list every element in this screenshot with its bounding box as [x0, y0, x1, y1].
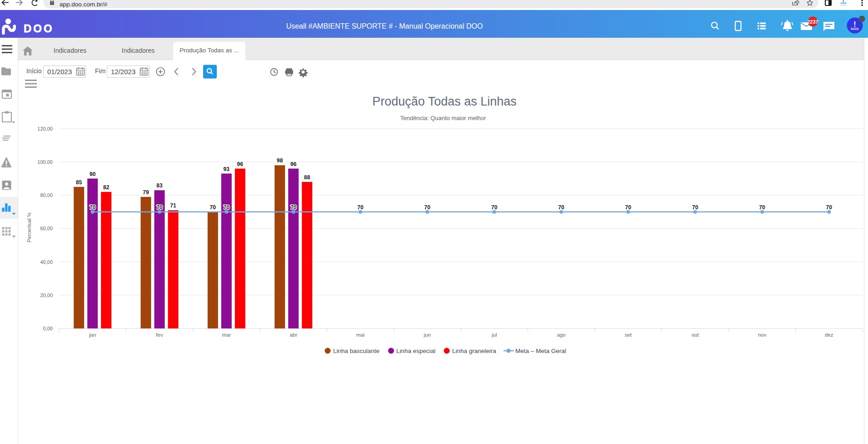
svg-text:85: 85	[76, 179, 82, 186]
svg-text:71: 71	[170, 202, 176, 209]
svg-text:80,00: 80,00	[40, 192, 53, 198]
svg-text:70: 70	[224, 204, 230, 211]
svg-text:70: 70	[290, 204, 297, 211]
svg-text:abr: abr	[289, 332, 297, 338]
svg-text:60,00: 60,00	[40, 226, 53, 231]
svg-text:96: 96	[290, 161, 297, 167]
svg-text:jan: jan	[89, 332, 96, 338]
svg-text:70: 70	[491, 204, 498, 211]
svg-text:Linha especial: Linha especial	[396, 348, 435, 354]
svg-text:79: 79	[143, 189, 149, 196]
svg-text:40,00: 40,00	[40, 259, 53, 265]
svg-text:70: 70	[692, 204, 698, 211]
svg-text:ago: ago	[557, 332, 565, 338]
svg-text:jul: jul	[491, 332, 497, 338]
svg-text:Percentual %: Percentual %	[26, 212, 32, 242]
svg-text:70: 70	[357, 204, 364, 211]
svg-text:70: 70	[156, 204, 163, 211]
svg-text:20,00: 20,00	[40, 293, 53, 298]
svg-text:70: 70	[826, 204, 833, 211]
svg-text:Meta – Meta Geral: Meta – Meta Geral	[515, 348, 566, 354]
svg-text:82: 82	[103, 184, 110, 191]
svg-text:70: 70	[90, 204, 96, 211]
svg-text:90: 90	[90, 171, 96, 177]
svg-text:70: 70	[759, 204, 765, 211]
svg-text:100,00: 100,00	[37, 159, 53, 165]
svg-text:70: 70	[625, 204, 632, 211]
svg-text:0,00: 0,00	[43, 326, 53, 331]
svg-text:88: 88	[304, 174, 310, 181]
svg-text:120,00: 120,00	[37, 126, 53, 131]
svg-text:96: 96	[237, 161, 244, 167]
svg-text:mar: mar	[222, 332, 231, 338]
svg-text:83: 83	[156, 182, 163, 189]
svg-text:mai: mai	[356, 332, 365, 338]
svg-text:fev: fev	[156, 332, 163, 338]
svg-text:out: out	[692, 332, 699, 338]
svg-text:70: 70	[424, 204, 431, 211]
svg-text:nov: nov	[758, 332, 767, 338]
svg-text:93: 93	[224, 166, 230, 172]
svg-text:Linha basculante: Linha basculante	[333, 348, 379, 354]
svg-text:98: 98	[277, 157, 283, 164]
svg-text:jun: jun	[424, 332, 431, 338]
svg-text:set: set	[625, 332, 632, 338]
svg-text:70: 70	[210, 204, 216, 211]
svg-text:dez: dez	[825, 332, 833, 338]
svg-text:70: 70	[558, 204, 564, 211]
svg-text:Linha graneleira: Linha graneleira	[452, 348, 496, 354]
